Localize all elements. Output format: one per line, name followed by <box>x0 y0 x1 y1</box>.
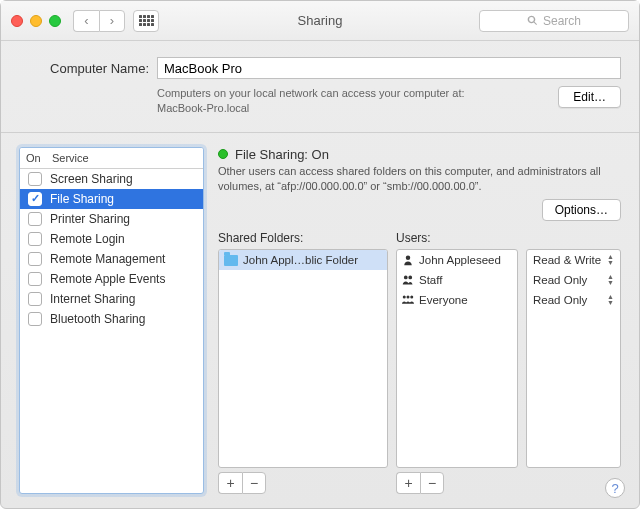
services-list[interactable]: On Service Screen SharingFile SharingPri… <box>19 147 204 494</box>
service-checkbox[interactable] <box>28 252 42 266</box>
service-row[interactable]: Printer Sharing <box>20 209 203 229</box>
window-title: Sharing <box>1 13 639 28</box>
service-label: Printer Sharing <box>50 212 130 226</box>
status-title: File Sharing: On <box>235 147 329 162</box>
service-checkbox[interactable] <box>28 312 42 326</box>
service-row[interactable]: Remote Apple Events <box>20 269 203 289</box>
user-label: John Appleseed <box>419 254 501 266</box>
service-checkbox[interactable] <box>28 212 42 226</box>
status-on-icon <box>218 149 228 159</box>
status-line: File Sharing: On <box>218 147 621 162</box>
computer-name-row: Computer Name: <box>39 57 621 79</box>
service-label: Internet Sharing <box>50 292 135 306</box>
help-button[interactable]: ? <box>605 478 625 498</box>
service-checkbox[interactable] <box>28 172 42 186</box>
titlebar: ‹ › Sharing Search <box>1 1 639 41</box>
service-checkbox[interactable] <box>28 192 42 206</box>
users-header: Users: <box>396 231 518 245</box>
permission-stepper[interactable]: ▲▼ <box>607 294 614 306</box>
service-checkbox[interactable] <box>28 292 42 306</box>
user-row[interactable]: Everyone <box>397 290 517 310</box>
permission-row[interactable]: Read Only▲▼ <box>527 270 620 290</box>
permission-label: Read & Write <box>533 254 601 266</box>
permission-row[interactable]: Read Only▲▼ <box>527 290 620 310</box>
user-row[interactable]: Staff <box>397 270 517 290</box>
folder-icon <box>224 255 238 266</box>
permission-stepper[interactable]: ▲▼ <box>607 274 614 286</box>
options-button[interactable]: Options… <box>542 199 621 221</box>
columns: Shared Folders: John Appl…blic Folder + … <box>218 231 621 494</box>
status-description: Other users can access shared folders on… <box>218 164 621 194</box>
service-row[interactable]: Screen Sharing <box>20 169 203 189</box>
service-checkbox[interactable] <box>28 272 42 286</box>
person-icon <box>402 254 414 266</box>
remove-folder-button[interactable]: − <box>242 472 266 494</box>
service-label: File Sharing <box>50 192 114 206</box>
service-row[interactable]: Remote Management <box>20 249 203 269</box>
users-list[interactable]: John AppleseedStaffEveryone <box>396 249 518 468</box>
user-label: Staff <box>419 274 442 286</box>
service-label: Remote Management <box>50 252 165 266</box>
service-row[interactable]: File Sharing <box>20 189 203 209</box>
user-label: Everyone <box>419 294 468 306</box>
shared-folders-list[interactable]: John Appl…blic Folder <box>218 249 388 468</box>
folder-row[interactable]: John Appl…blic Folder <box>219 250 387 270</box>
service-label: Remote Login <box>50 232 125 246</box>
group-icon <box>402 274 414 286</box>
crowd-icon <box>402 294 414 306</box>
edit-button[interactable]: Edit… <box>558 86 621 108</box>
service-row[interactable]: Bluetooth Sharing <box>20 309 203 329</box>
service-checkbox[interactable] <box>28 232 42 246</box>
right-pane: File Sharing: On Other users can access … <box>218 147 621 494</box>
sharing-window: ‹ › Sharing Search Computer Name: Comput… <box>0 0 640 509</box>
services-header: On Service <box>20 148 203 169</box>
service-row[interactable]: Internet Sharing <box>20 289 203 309</box>
user-row[interactable]: John Appleseed <box>397 250 517 270</box>
computer-name-hint: Computers on your local network can acce… <box>157 86 548 116</box>
permissions-list[interactable]: Read & Write▲▼Read Only▲▼Read Only▲▼ <box>526 249 621 468</box>
computer-name-label: Computer Name: <box>39 61 149 76</box>
add-user-button[interactable]: + <box>396 472 420 494</box>
permission-label: Read Only <box>533 294 587 306</box>
service-label: Screen Sharing <box>50 172 133 186</box>
add-folder-button[interactable]: + <box>218 472 242 494</box>
services-col-service: Service <box>52 152 89 164</box>
permission-row[interactable]: Read & Write▲▼ <box>527 250 620 270</box>
permission-label: Read Only <box>533 274 587 286</box>
permission-stepper[interactable]: ▲▼ <box>607 254 614 266</box>
computer-name-hint-row: Computers on your local network can acce… <box>157 86 621 116</box>
content: Computer Name: Computers on your local n… <box>1 41 639 508</box>
services-col-on: On <box>26 152 52 164</box>
main-area: On Service Screen SharingFile SharingPri… <box>19 147 621 494</box>
service-row[interactable]: Remote Login <box>20 229 203 249</box>
computer-name-input[interactable] <box>157 57 621 79</box>
shared-folders-header: Shared Folders: <box>218 231 388 245</box>
permissions-col: Read & Write▲▼Read Only▲▼Read Only▲▼ <box>526 231 621 494</box>
service-label: Bluetooth Sharing <box>50 312 145 326</box>
users-col: Users: John AppleseedStaffEveryone + − <box>396 231 518 494</box>
divider <box>1 132 639 133</box>
folder-label: John Appl…blic Folder <box>243 254 358 266</box>
service-label: Remote Apple Events <box>50 272 165 286</box>
shared-folders-col: Shared Folders: John Appl…blic Folder + … <box>218 231 388 494</box>
remove-user-button[interactable]: − <box>420 472 444 494</box>
